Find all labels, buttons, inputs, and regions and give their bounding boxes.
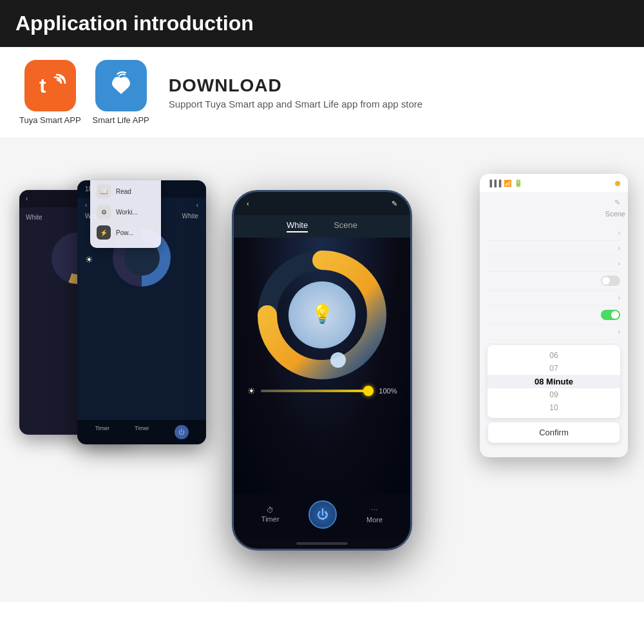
download-title: DOWNLOAD — [169, 75, 422, 96]
tuya-app-icon[interactable]: t — [24, 60, 76, 111]
phone-main-content: 💡 ☀ 100% — [234, 238, 410, 494]
app-icons-group: t Tuya Smart APP Smart Life APP — [19, 60, 149, 125]
rs-time-06[interactable]: 06 — [488, 349, 620, 362]
popup-item-read[interactable]: 📖 Read — [90, 181, 161, 202]
svg-text:💡: 💡 — [311, 303, 334, 325]
brightness-sun-icon: ☀ — [247, 386, 256, 396]
popup-working-label: Worki... — [116, 209, 138, 216]
page-header: Application introduction — [0, 0, 644, 47]
rs-chevron-4: › — [618, 294, 620, 301]
power-icon: ⏻ — [317, 508, 328, 522]
lfs-back2-icon[interactable]: ‹ — [196, 202, 198, 209]
rs-wifi-icon: 📶 — [504, 180, 511, 187]
more-icon: ⋯ — [371, 506, 378, 515]
rs-toggle-on-row[interactable] — [488, 306, 620, 325]
lfs-power-btn[interactable]: ⏻ — [175, 425, 189, 439]
confirm-button[interactable]: Confirm — [488, 422, 620, 443]
tuya-app-label: Tuya Smart APP — [19, 115, 81, 125]
rs-edit-area: ✎ — [480, 193, 628, 210]
home-indicator — [296, 542, 348, 545]
rs-chevron-3: › — [618, 260, 620, 267]
smart-life-logo-svg — [105, 70, 137, 102]
rs-time-08[interactable]: 08 Minute — [488, 375, 620, 388]
popup-read-icon: 📖 — [97, 184, 111, 198]
tuya-app-wrapper: t Tuya Smart APP — [19, 60, 81, 125]
rs-status-icons: ▐▐▐ 📶 🔋 — [488, 179, 523, 187]
tab-white[interactable]: White — [287, 220, 308, 232]
lfs-brightness-icon: ☀ — [85, 254, 93, 265]
timer-label: Timer — [261, 515, 279, 523]
rs-time-picker[interactable]: 06 07 08 Minute 09 10 — [488, 345, 620, 418]
smart-life-app-icon[interactable] — [95, 60, 147, 111]
slider-track[interactable] — [261, 390, 374, 392]
svg-text:t: t — [39, 74, 46, 97]
slider-thumb[interactable] — [363, 386, 374, 396]
rs-row-2[interactable]: › — [488, 241, 620, 256]
popup-read-label: Read — [116, 188, 131, 195]
phone-top-bar: ‹ ✎ — [234, 192, 410, 215]
rs-toggle-off-row[interactable] — [488, 272, 620, 290]
rs-toggle-off[interactable] — [601, 276, 620, 286]
back-icon[interactable]: ‹ — [247, 200, 249, 207]
nav-timer[interactable]: ⏱ Timer — [261, 506, 279, 523]
center-phone: ‹ ✎ White Scene — [232, 190, 412, 551]
popup-menu: 📋 Pla... 🕐 Sche... 📖 Read ⚙ Worki... ⚡ — [90, 180, 161, 248]
brightness-percent: 100% — [379, 387, 397, 395]
rs-row-1[interactable]: › — [488, 225, 620, 241]
lfs-bottom-nav: Timer Timer ⏻ — [77, 420, 206, 444]
phone-bottom-nav: ⏱ Timer ⏻ ⋯ More — [234, 494, 410, 538]
svg-point-4 — [330, 352, 346, 368]
power-button[interactable]: ⏻ — [308, 500, 337, 529]
rs-content: › › › › — [480, 220, 628, 345]
showcase-area: ‹ White 18:16 ‹ ‹ White White ☀ — [0, 138, 644, 602]
rs-time-09[interactable]: 09 — [488, 388, 620, 401]
page-title: Application introduction — [15, 12, 254, 35]
lbs-back-icon: ‹ — [26, 195, 28, 202]
rs-time-07[interactable]: 07 — [488, 362, 620, 375]
rs-status-bar: ▐▐▐ 📶 🔋 — [480, 174, 628, 193]
tab-scene[interactable]: Scene — [334, 220, 357, 232]
popup-power-icon: ⚡ — [97, 225, 111, 240]
smart-life-app-label: Smart Life APP — [93, 115, 149, 125]
app-intro-section: t Tuya Smart APP Smart Life APP DOWNLOAD… — [0, 47, 644, 138]
rs-signal-icon: ▐▐▐ — [488, 180, 501, 187]
right-screen: ▐▐▐ 📶 🔋 ✎ Scene › › › — [480, 174, 628, 457]
rs-time-10[interactable]: 10 — [488, 401, 620, 414]
rs-toggle-on[interactable] — [601, 310, 620, 320]
tuya-logo-svg: t — [34, 70, 66, 102]
rs-battery-icon: 🔋 — [514, 179, 523, 187]
lbs-white-label: White — [26, 214, 43, 221]
rs-row-4[interactable]: › — [488, 290, 620, 306]
smart-life-app-wrapper: Smart Life APP — [93, 60, 149, 125]
timer-icon: ⏱ — [267, 506, 274, 514]
popup-working-icon: ⚙ — [97, 205, 111, 219]
light-ring-svg: 💡 — [258, 251, 386, 379]
edit-icon[interactable]: ✎ — [392, 200, 397, 208]
download-info: DOWNLOAD Support Tuya Smart app and Smar… — [169, 75, 422, 109]
rs-chevron-5: › — [618, 328, 620, 336]
brightness-slider[interactable]: ☀ 100% — [247, 386, 397, 396]
lfs-back-icon[interactable]: ‹ — [85, 202, 87, 209]
more-label: More — [366, 516, 383, 524]
lfs-timer2: Timer — [135, 425, 149, 439]
popup-item-power[interactable]: ⚡ Pow... — [90, 222, 161, 243]
popup-item-working[interactable]: ⚙ Worki... — [90, 202, 161, 222]
rs-chevron-1: › — [618, 229, 620, 236]
rs-yellow-dot — [615, 181, 620, 186]
light-ring-container: 💡 — [258, 251, 386, 379]
left-front-screen: 18:16 ‹ ‹ White White ☀ 📋 Pla... 🕐 — [77, 180, 206, 444]
rs-chevron-2: › — [618, 245, 620, 252]
rs-row-3[interactable]: › — [488, 256, 620, 272]
phone-tabs: White Scene — [234, 215, 410, 238]
rs-row-5[interactable]: › — [488, 325, 620, 340]
rs-pencil-icon[interactable]: ✎ — [614, 198, 620, 206]
popup-power-label: Pow... — [116, 229, 133, 236]
download-subtitle: Support Tuya Smart app and Smart Life ap… — [169, 99, 422, 109]
lfs-white-label2: White — [182, 213, 198, 220]
lfs-timer1: Timer — [95, 425, 109, 439]
home-indicator-bar — [234, 538, 410, 549]
rs-scene-label: Scene — [480, 210, 628, 218]
nav-more[interactable]: ⋯ More — [366, 506, 383, 524]
